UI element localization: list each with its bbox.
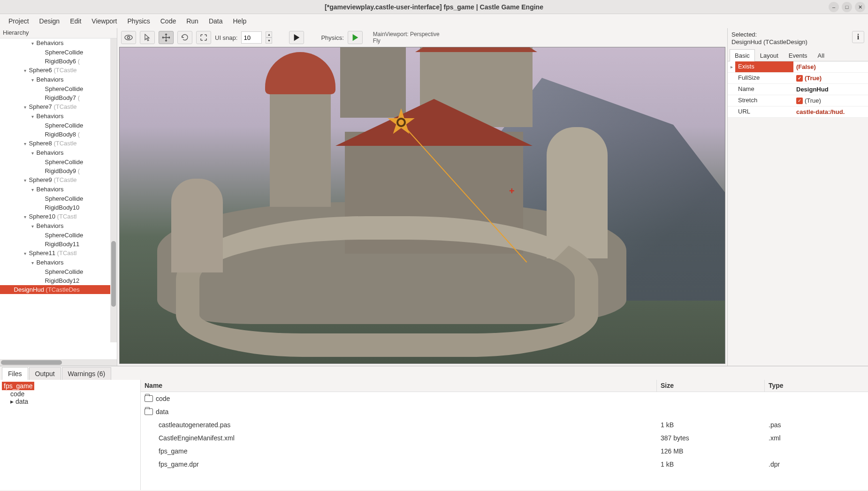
file-tree-node[interactable]: fps_game <box>2 382 34 390</box>
tree-node[interactable]: ▾ Behaviors <box>0 221 117 231</box>
tree-node[interactable]: RigidBody10 <box>0 203 117 212</box>
menu-design[interactable]: Design <box>35 15 65 27</box>
castle-scene: + <box>120 47 725 363</box>
minimize-button[interactable]: – <box>829 2 839 12</box>
col-size[interactable]: Size <box>657 380 765 392</box>
inspector-tab-all[interactable]: All <box>813 49 830 61</box>
hierarchy-tree[interactable]: ▾ Behaviors SphereCollide RigidBody6 (▾ … <box>0 38 117 359</box>
menu-code[interactable]: Code <box>156 15 181 27</box>
checkbox-icon[interactable]: ✓ <box>796 75 803 82</box>
property-row[interactable]: ▸Exists(False) <box>728 61 868 73</box>
titlebar: [*gameviewplay.castle-user-interface] fp… <box>0 0 868 14</box>
menu-edit[interactable]: Edit <box>65 15 86 27</box>
tree-node[interactable]: ▾ Sphere9 (TCastle <box>0 175 117 185</box>
inspector-tab-basic[interactable]: Basic <box>730 49 755 61</box>
file-row[interactable]: code <box>141 392 868 405</box>
menu-project[interactable]: Project <box>4 15 34 27</box>
tree-node[interactable]: SphereCollide <box>0 267 117 276</box>
col-name[interactable]: Name <box>141 380 657 392</box>
tree-node[interactable]: RigidBody12 <box>0 276 117 285</box>
tree-node[interactable]: ▾ Sphere10 (TCastl <box>0 212 117 221</box>
menu-viewport[interactable]: Viewport <box>87 15 122 27</box>
tree-node[interactable]: RigidBody7 ( <box>0 93 117 102</box>
play-button[interactable] <box>289 31 304 44</box>
viewport-camera-info: MainViewport: Perspective <box>373 31 440 38</box>
file-tree-node[interactable]: ▸ data <box>8 397 30 406</box>
inspector-tab-events[interactable]: Events <box>784 49 813 61</box>
3d-viewport[interactable]: + <box>119 47 725 364</box>
horizontal-scrollbar[interactable] <box>0 359 117 366</box>
file-row[interactable]: fps_game126 MB <box>141 445 868 458</box>
property-row[interactable]: FullSize✓(True) <box>728 73 868 84</box>
property-row[interactable]: URLcastle-data:/hud. <box>728 106 868 118</box>
uisnap-spinner[interactable]: ▲▼ <box>266 31 272 44</box>
tree-node[interactable]: ▾ Sphere7 (TCastle <box>0 102 117 112</box>
tree-node[interactable]: SphereCollide <box>0 231 117 240</box>
tree-node[interactable]: RigidBody6 ( <box>0 57 117 66</box>
close-button[interactable]: ✕ <box>855 2 865 12</box>
tree-node[interactable]: SphereCollide <box>0 84 117 93</box>
tree-node[interactable]: ▾ Behaviors <box>0 112 117 121</box>
tree-node[interactable]: SphereCollide <box>0 121 117 130</box>
file-row[interactable]: fps_game.dpr1 kB.dpr <box>141 458 868 471</box>
property-row[interactable]: Stretch✓(True) <box>728 95 868 106</box>
window-title: [*gameviewplay.castle-user-interface] fp… <box>325 3 543 11</box>
tree-node[interactable]: ▾ Behaviors <box>0 258 117 267</box>
bottom-tab[interactable]: Files <box>2 367 28 380</box>
property-row[interactable]: NameDesignHud <box>728 84 868 95</box>
inspector-selection: Selected: DesignHud (TCastleDesign) <box>731 31 807 46</box>
info-button[interactable]: i <box>852 31 864 43</box>
tree-node[interactable]: RigidBody9 ( <box>0 166 117 175</box>
tree-node[interactable]: SphereCollide <box>0 194 117 203</box>
scale-icon <box>200 34 207 41</box>
tree-node[interactable]: ▾ Behaviors <box>0 148 117 158</box>
scale-tool-button[interactable] <box>196 31 211 44</box>
selected-value: DesignHud (TCastleDesign) <box>731 38 807 46</box>
col-type[interactable]: Type <box>765 380 868 392</box>
tree-node[interactable]: SphereCollide <box>0 48 117 57</box>
file-row[interactable]: CastleEngineManifest.xml387 bytes.xml <box>141 431 868 445</box>
property-grid[interactable]: ▸Exists(False)FullSize✓(True)NameDesignH… <box>728 61 868 118</box>
rotate-tool-button[interactable] <box>177 31 192 44</box>
bottom-tabs: FilesOutputWarnings (6) <box>0 366 868 380</box>
move-tool-button[interactable] <box>159 31 174 44</box>
uisnap-label: UI snap: <box>215 34 237 41</box>
inspector-tab-layout[interactable]: Layout <box>755 49 784 61</box>
inspector-panel: Selected: DesignHud (TCastleDesign) i Ba… <box>727 28 868 366</box>
menu-physics[interactable]: Physics <box>123 15 155 27</box>
tree-node[interactable]: ▾ Behaviors <box>0 75 117 84</box>
file-tree[interactable]: fps_gamecode▸ data <box>0 380 141 490</box>
svg-point-0 <box>125 35 132 40</box>
checkbox-icon[interactable]: ✓ <box>796 98 803 104</box>
file-row[interactable]: data <box>141 405 868 418</box>
tree-node[interactable]: ▾ Sphere11 (TCastl <box>0 249 117 258</box>
tree-node[interactable]: ▾ Behaviors <box>0 38 117 48</box>
physics-play-button[interactable] <box>348 31 363 44</box>
svg-point-1 <box>128 37 130 39</box>
light-gizmo[interactable] <box>387 108 415 136</box>
select-tool-button[interactable] <box>140 31 155 44</box>
tree-node[interactable]: ▾ Sphere6 (TCastle <box>0 66 117 75</box>
menu-help[interactable]: Help <box>228 15 251 27</box>
viewport-info: MainViewport: Perspective Fly <box>373 31 440 44</box>
maximize-button[interactable]: □ <box>842 2 852 12</box>
bottom-tab[interactable]: Warnings (6) <box>62 367 112 380</box>
file-row[interactable]: castleautogenerated.pas1 kB.pas <box>141 418 868 431</box>
file-list[interactable]: Name Size Type codedatacastleautogenerat… <box>141 380 868 490</box>
tree-node[interactable]: ▾ Sphere8 (TCastle <box>0 139 117 148</box>
tree-node[interactable]: RigidBody11 <box>0 240 117 249</box>
bottom-tab[interactable]: Output <box>29 367 61 380</box>
menu-run[interactable]: Run <box>182 15 203 27</box>
uisnap-input[interactable] <box>241 31 262 44</box>
tree-node[interactable]: ▾ Behaviors <box>0 185 117 194</box>
tree-node[interactable]: DesignHud (TCastleDes <box>0 285 117 294</box>
tree-node[interactable]: RigidBody8 ( <box>0 130 117 139</box>
rotate-icon <box>181 33 189 42</box>
toggle-visibility-button[interactable] <box>121 31 136 44</box>
tree-node[interactable]: SphereCollide <box>0 158 117 166</box>
menu-data[interactable]: Data <box>204 15 228 27</box>
cursor-icon <box>144 34 151 41</box>
vertical-scrollbar[interactable] <box>110 38 117 342</box>
folder-icon <box>145 395 153 402</box>
inspector-tabs: BasicLayoutEventsAll <box>728 49 868 61</box>
